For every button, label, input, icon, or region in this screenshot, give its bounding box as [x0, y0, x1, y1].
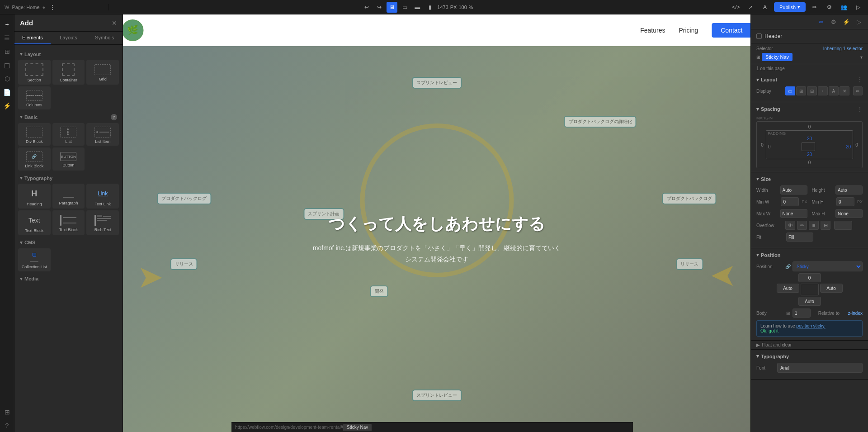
navigator-icon[interactable]: ☰: [1, 32, 14, 44]
display-flex-btn[interactable]: ⊞: [796, 86, 806, 95]
element-list[interactable]: List: [52, 123, 85, 146]
nav-features-link[interactable]: Features: [640, 27, 665, 34]
layout-more-icon[interactable]: ⋮: [857, 76, 863, 83]
position-sticky-link[interactable]: position sticky.: [797, 323, 826, 328]
element-paragraph[interactable]: Paragraph: [52, 184, 85, 209]
padding-left[interactable]: 0: [768, 144, 771, 149]
rp-interactions-icon[interactable]: ⚡: [841, 16, 852, 27]
preview-icon[interactable]: ▷: [853, 2, 863, 13]
styles-icon[interactable]: ✏: [816, 16, 826, 27]
rp-grid-icon[interactable]: ▷: [854, 16, 864, 27]
margin-right-value[interactable]: 0: [854, 142, 859, 147]
layout-section-header[interactable]: ▾ Layout: [18, 48, 119, 60]
spacing-arrow[interactable]: ▾: [756, 106, 759, 112]
app-icon[interactable]: ⊞: [1, 406, 14, 418]
inheriting-text[interactable]: Inheriting 1 selector: [823, 46, 863, 51]
sticky-nav-tab[interactable]: Sticky Nav: [343, 424, 372, 431]
width-input[interactable]: [780, 185, 807, 195]
overflow-scroll-btn[interactable]: ≡: [809, 221, 819, 230]
position-select[interactable]: Sticky: [793, 261, 863, 271]
nav-contact-button[interactable]: Contact: [712, 23, 750, 38]
add-element-icon[interactable]: +: [1, 18, 14, 31]
padding-top[interactable]: 20: [768, 136, 851, 141]
margin-left-value[interactable]: 0: [760, 142, 765, 147]
max-w-input[interactable]: [780, 209, 807, 218]
display-none-btn[interactable]: ✕: [840, 86, 849, 95]
mobile-landscape-icon[interactable]: ▬: [412, 2, 423, 13]
ok-got-it-link[interactable]: Ok, got it: [760, 328, 778, 333]
element-text-link[interactable]: Link Text Link: [86, 184, 119, 209]
redo-icon[interactable]: ↪: [374, 2, 385, 13]
cms-icon[interactable]: ◫: [1, 59, 14, 71]
overflow-edit-btn[interactable]: ✏: [797, 221, 807, 230]
display-edit-btn[interactable]: ✏: [853, 86, 863, 95]
min-h-input[interactable]: [836, 197, 854, 206]
interactions-icon[interactable]: ⚡: [1, 100, 14, 112]
element-rich-text[interactable]: Rich Text: [86, 210, 119, 235]
padding-bottom[interactable]: 20: [768, 152, 851, 157]
settings-icon[interactable]: ⚙: [824, 2, 835, 13]
menu-dots-icon[interactable]: ⋮: [50, 4, 55, 10]
desktop-view-icon[interactable]: 🖥: [387, 2, 397, 13]
basic-section-header[interactable]: ▾ Basic ?: [18, 111, 119, 123]
members-icon[interactable]: 👥: [838, 2, 849, 13]
header-checkbox[interactable]: [756, 33, 762, 39]
preview-nav[interactable]: 🌿 Features Pricing Contact Sticky Nav: [123, 14, 750, 46]
typography-section-header[interactable]: ▾ Typography: [18, 172, 119, 184]
selector-tag[interactable]: Sticky Nav: [762, 53, 793, 61]
display-inline-btn[interactable]: A: [829, 86, 839, 95]
element-grid[interactable]: Grid: [86, 60, 119, 85]
spacing-more-icon[interactable]: ⋮: [857, 106, 863, 112]
element-container[interactable]: Container: [52, 60, 85, 85]
padding-right[interactable]: 20: [846, 144, 851, 149]
element-collection-list[interactable]: Collection List: [18, 248, 51, 271]
margin-bottom-value[interactable]: 0: [760, 160, 859, 165]
element-block-quote[interactable]: Text Block: [52, 210, 85, 235]
nav-pricing-link[interactable]: Pricing: [679, 27, 698, 34]
undo-icon[interactable]: ↩: [361, 2, 372, 13]
height-input[interactable]: [835, 185, 863, 195]
element-text-block[interactable]: Text Text Block: [18, 210, 51, 235]
pos-bottom-input[interactable]: [798, 297, 821, 306]
size-arrow[interactable]: ▾: [756, 176, 759, 182]
max-h-input[interactable]: [835, 209, 863, 218]
search-icon[interactable]: ⊞: [1, 45, 14, 58]
pos-right-input[interactable]: [820, 284, 843, 293]
brush-icon[interactable]: ✏: [809, 2, 820, 13]
position-arrow[interactable]: ▾: [756, 252, 759, 258]
overflow-auto-input[interactable]: [834, 221, 852, 230]
cms-section-header[interactable]: ▾ CMS: [18, 237, 119, 248]
element-columns[interactable]: Columns: [18, 86, 51, 109]
pos-top-input[interactable]: [798, 273, 821, 282]
selector-dropdown-icon[interactable]: ▾: [860, 55, 863, 60]
mobile-portrait-icon[interactable]: ▮: [425, 2, 435, 13]
element-button[interactable]: BUTTON Button: [52, 147, 85, 171]
rp-settings-icon[interactable]: ⚙: [828, 16, 839, 27]
font-input[interactable]: [777, 363, 863, 373]
display-block-btn[interactable]: ▭: [785, 86, 795, 95]
tablet-view-icon[interactable]: ▭: [399, 2, 410, 13]
element-link-block[interactable]: 🔗 Link Block: [18, 147, 51, 171]
float-clear-arrow[interactable]: ▶: [756, 342, 760, 347]
typo-arrow[interactable]: ▾: [756, 353, 759, 359]
export-icon[interactable]: ↗: [745, 2, 756, 13]
element-div-block[interactable]: Div Block: [18, 123, 51, 146]
assets-icon[interactable]: ⬡: [1, 72, 14, 85]
z-index-link[interactable]: z-index: [848, 311, 863, 316]
font-icon[interactable]: A: [760, 2, 770, 13]
element-heading[interactable]: H Heading: [18, 184, 51, 209]
overflow-visible-btn[interactable]: 👁: [785, 221, 795, 230]
element-list-item[interactable]: List Item: [86, 123, 119, 146]
layout-collapse-arrow[interactable]: ▾: [756, 77, 759, 83]
pos-left-input[interactable]: [777, 284, 799, 293]
z-index-input[interactable]: [793, 309, 811, 318]
element-section[interactable]: Section: [18, 60, 51, 85]
tab-elements[interactable]: Elements: [14, 32, 51, 44]
basic-help-icon[interactable]: ?: [111, 114, 117, 120]
display-grid-btn[interactable]: ⊟: [807, 86, 817, 95]
pages-icon[interactable]: 📄: [1, 86, 14, 99]
close-button[interactable]: ✕: [112, 19, 117, 27]
margin-top-value[interactable]: 0: [760, 124, 859, 129]
overflow-auto-btn[interactable]: ⊟: [821, 221, 830, 230]
media-section-header[interactable]: ▾ Media: [18, 273, 119, 285]
